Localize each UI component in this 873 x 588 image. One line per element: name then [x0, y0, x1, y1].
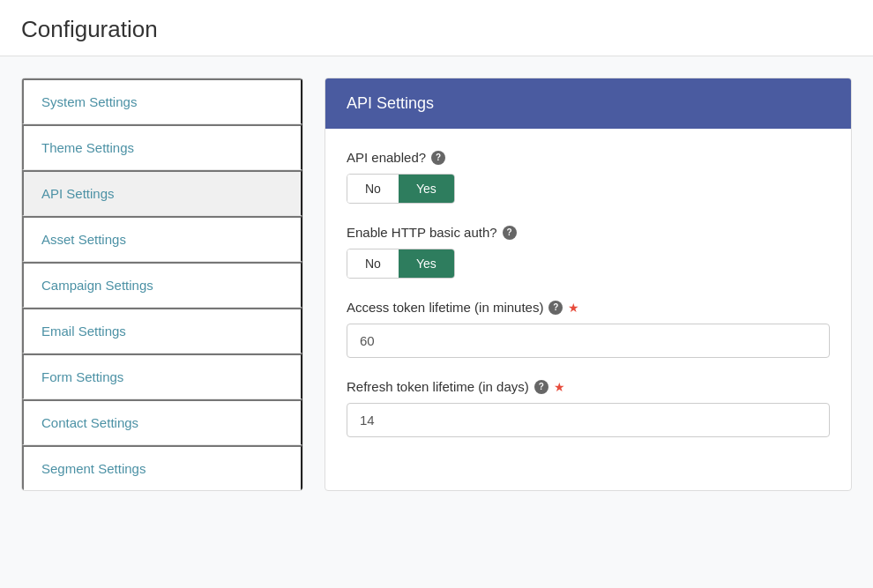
access-token-lifetime-input[interactable] — [347, 324, 830, 358]
sidebar-item-contact-settings[interactable]: Contact Settings — [22, 399, 302, 445]
refresh-token-lifetime-input[interactable] — [347, 403, 830, 437]
sidebar-item-api-settings[interactable]: API Settings — [22, 170, 302, 216]
panel-header: API Settings — [325, 78, 851, 129]
api-enabled-label: API enabled? ? — [347, 150, 830, 165]
refresh-token-lifetime-group: Refresh token lifetime (in days) ? ★ — [347, 379, 830, 437]
sidebar-item-segment-settings[interactable]: Segment Settings — [22, 445, 302, 490]
access-token-lifetime-label: Access token lifetime (in minutes) ? ★ — [347, 300, 830, 315]
sidebar-item-email-settings[interactable]: Email Settings — [22, 308, 302, 354]
http-basic-auth-toggle: No Yes — [347, 249, 455, 279]
main-panel: API Settings API enabled? ? No Yes Enabl… — [325, 78, 852, 491]
sidebar: System SettingsTheme SettingsAPI Setting… — [21, 78, 303, 491]
api-enabled-yes-button[interactable]: Yes — [399, 175, 454, 203]
sidebar-item-asset-settings[interactable]: Asset Settings — [22, 216, 302, 262]
api-enabled-help-icon[interactable]: ? — [431, 151, 445, 165]
access-token-required-star: ★ — [568, 301, 579, 315]
http-basic-auth-group: Enable HTTP basic auth? ? No Yes — [347, 225, 830, 279]
sidebar-item-campaign-settings[interactable]: Campaign Settings — [22, 262, 302, 308]
sidebar-item-form-settings[interactable]: Form Settings — [22, 354, 302, 399]
sidebar-item-theme-settings[interactable]: Theme Settings — [22, 124, 302, 170]
http-basic-auth-no-button[interactable]: No — [347, 249, 399, 278]
api-enabled-toggle: No Yes — [347, 174, 455, 204]
http-basic-auth-help-icon[interactable]: ? — [503, 226, 517, 240]
refresh-token-required-star: ★ — [554, 380, 565, 394]
access-token-lifetime-group: Access token lifetime (in minutes) ? ★ — [347, 300, 830, 358]
http-basic-auth-label: Enable HTTP basic auth? ? — [347, 225, 830, 240]
http-basic-auth-yes-button[interactable]: Yes — [399, 249, 454, 278]
page-title: Configuration — [21, 16, 852, 43]
panel-body: API enabled? ? No Yes Enable HTTP basic … — [325, 129, 851, 480]
access-token-help-icon[interactable]: ? — [548, 301, 563, 315]
api-enabled-no-button[interactable]: No — [347, 175, 399, 203]
page-header: Configuration — [0, 0, 873, 56]
refresh-token-lifetime-label: Refresh token lifetime (in days) ? ★ — [347, 379, 830, 394]
sidebar-item-system-settings[interactable]: System Settings — [22, 78, 302, 124]
api-enabled-group: API enabled? ? No Yes — [347, 150, 830, 204]
refresh-token-help-icon[interactable]: ? — [534, 380, 548, 394]
